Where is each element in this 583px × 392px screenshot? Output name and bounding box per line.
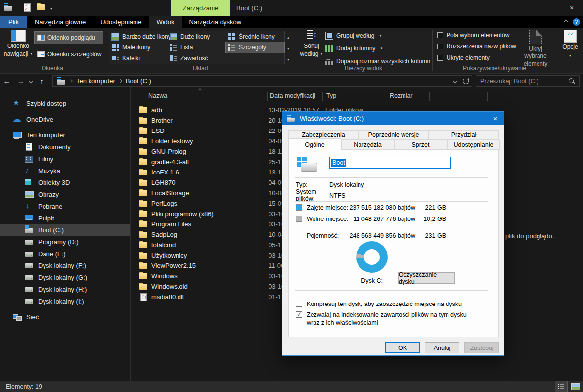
sidebar-item[interactable]: Pobrane — [0, 200, 130, 212]
sidebar-item[interactable]: Pulpit — [0, 212, 130, 224]
checkbox-icon[interactable] — [437, 44, 443, 49]
back-icon[interactable]: ← — [0, 77, 14, 85]
show-hide-checkbox-row[interactable]: Pola wyboru elementów — [437, 32, 516, 39]
address-dropdown-icon[interactable] — [453, 79, 457, 83]
forward-icon[interactable]: → — [14, 77, 28, 85]
hide-selected-icon — [529, 30, 542, 44]
gallery-more-icon[interactable] — [287, 55, 290, 62]
details-view-button[interactable] — [555, 381, 567, 392]
search-icon[interactable] — [568, 78, 575, 85]
qat-new-folder-icon[interactable] — [37, 3, 45, 11]
thumbnails-view-button[interactable] — [569, 381, 581, 392]
divider[interactable] — [267, 92, 268, 101]
layout-option[interactable]: Zawartość — [168, 53, 226, 64]
cancel-button[interactable]: Anuluj — [425, 342, 459, 353]
checkbox-icon[interactable] — [437, 32, 443, 38]
scroll-up-icon[interactable] — [287, 33, 290, 40]
column-header-size[interactable]: Rozmiar — [390, 92, 413, 99]
sidebar-item[interactable]: Muzyka — [0, 165, 130, 176]
dialog-tab[interactable]: Przydział — [429, 130, 499, 140]
address-bar[interactable]: Ten komputer Boot (C:) — [52, 75, 472, 87]
dialog-tab[interactable]: Narzędzia — [341, 140, 394, 150]
layout-option[interactable]: Duże ikony — [168, 31, 226, 42]
volume-name-input[interactable]: Boot — [329, 157, 451, 169]
divider[interactable] — [386, 92, 386, 101]
view-menu-button[interactable]: Dodaj kolumny — [325, 44, 430, 53]
show-hide-checkbox-row[interactable]: Ukryte elementy — [437, 54, 516, 61]
ribbon-tab[interactable]: Narzędzia główne — [27, 16, 93, 28]
refresh-icon[interactable] — [463, 78, 469, 84]
close-button[interactable]: × — [560, 0, 583, 16]
ribbon-tab[interactable]: Plik — [0, 16, 27, 28]
maximize-button[interactable] — [538, 0, 560, 16]
sidebar-item[interactable]: Obrazy — [0, 188, 130, 200]
layout-option[interactable]: Średnie ikony — [226, 31, 284, 42]
sidebar-item[interactable]: Filmy — [0, 153, 130, 165]
sidebar-item[interactable]: Dokumenty — [0, 141, 130, 153]
layout-option[interactable]: Małe ikony — [109, 42, 168, 53]
show-hide-checkbox-row[interactable]: Rozszerzenia nazw plików — [437, 43, 516, 50]
ribbon-tab[interactable]: Udostępnianie — [93, 16, 149, 28]
ribbon-tab[interactable]: Widok — [149, 16, 181, 28]
ribbon-tab[interactable]: Narzędzia dysków — [182, 16, 249, 28]
sidebar-item[interactable]: Dysk lokalny (H:) — [0, 283, 130, 295]
scroll-down-icon[interactable] — [287, 44, 290, 51]
column-header-date[interactable]: Data modyfikacji — [270, 92, 315, 99]
minimize-button[interactable] — [515, 0, 538, 16]
layout-option[interactable]: Szczegóły — [226, 42, 284, 53]
dialog-tab[interactable]: Udostępnianie — [447, 140, 500, 150]
qat-customize-icon[interactable] — [50, 4, 53, 11]
preview-pane-button[interactable]: Okienko podglądu — [35, 32, 103, 44]
disk-cleanup-button[interactable]: Oczyszczanie dysku — [398, 272, 455, 284]
navigation-pane-button[interactable]: Okienko nawigacji — [4, 30, 33, 57]
up-icon[interactable]: ↑ — [35, 77, 48, 85]
checkbox-icon[interactable] — [437, 55, 443, 61]
apply-button[interactable]: Zastosuj — [464, 342, 499, 353]
checkbox-checked-icon[interactable] — [296, 311, 302, 318]
sidebar-item[interactable]: Dane (E:) — [0, 248, 130, 260]
explorer-window: Zarządzanie Boot (C:) × PlikNarzędzia gł… — [0, 0, 583, 392]
sidebar-item[interactable]: Szybki dostęp — [0, 97, 130, 109]
column-header-type[interactable]: Typ — [326, 92, 336, 99]
dialog-titlebar: Właściwości: Boot (C:) — [282, 112, 504, 125]
divider[interactable] — [322, 92, 323, 101]
hide-selected-button[interactable]: Ukryj wybrane elementy — [518, 30, 553, 67]
search-input[interactable]: Przeszukaj: Boot (C:) — [476, 75, 580, 87]
layout-option[interactable]: Bardzo duże ikony — [109, 31, 168, 42]
dialog-tab[interactable]: Sprzęt — [394, 140, 447, 150]
sidebar-item[interactable]: Dysk lokalny (G:) — [0, 271, 130, 283]
layout-option[interactable]: Kafelki — [109, 53, 168, 64]
options-button[interactable]: Opcje — [560, 30, 581, 59]
breadcrumb-segment[interactable]: Boot (C:) — [126, 77, 151, 85]
help-icon[interactable] — [573, 18, 580, 26]
sidebar-item[interactable]: Dysk lokalny (I:) — [0, 295, 130, 307]
column-header-name[interactable]: Nazwa — [148, 92, 167, 99]
view-menu-button[interactable]: Grupuj według — [325, 31, 430, 41]
dialog-tab[interactable]: Poprzednie wersje — [359, 130, 429, 140]
sidebar-item[interactable]: OneDrive — [0, 113, 130, 125]
recent-locations-icon[interactable] — [29, 79, 33, 83]
sidebar-item[interactable]: Dysk lokalny (F:) — [0, 260, 130, 271]
gallery-scrollbar[interactable] — [286, 31, 291, 64]
sort-by-button[interactable]: Sortuj według — [299, 30, 324, 57]
divider[interactable] — [487, 92, 488, 101]
collapse-ribbon-icon[interactable] — [564, 20, 568, 24]
layout-option[interactable]: Lista — [168, 42, 226, 53]
details-pane-button[interactable]: Okienko szczegółów — [35, 48, 103, 60]
divider — [106, 30, 106, 71]
qat-properties-icon[interactable] — [23, 3, 32, 11]
breadcrumb-segment[interactable]: Ten komputer — [76, 77, 115, 85]
divider[interactable] — [429, 92, 430, 101]
breadcrumb-chevron-icon[interactable] — [69, 79, 73, 83]
breadcrumb-chevron-icon[interactable] — [119, 79, 122, 83]
drive-icon — [25, 297, 33, 305]
ok-button[interactable]: OK — [385, 342, 420, 353]
sidebar-item[interactable]: Obiekty 3D — [0, 176, 130, 188]
sidebar-item[interactable]: Sieć — [0, 311, 130, 323]
dialog-tab[interactable]: Ogólne — [288, 138, 341, 150]
sidebar-item[interactable]: Programy (D:) — [0, 236, 130, 248]
dialog-close-button[interactable]: × — [487, 112, 504, 125]
checkbox-icon[interactable] — [296, 301, 302, 307]
sidebar-item[interactable]: Boot (C:) — [0, 224, 130, 236]
sidebar-item[interactable]: Ten komputer — [0, 129, 130, 141]
